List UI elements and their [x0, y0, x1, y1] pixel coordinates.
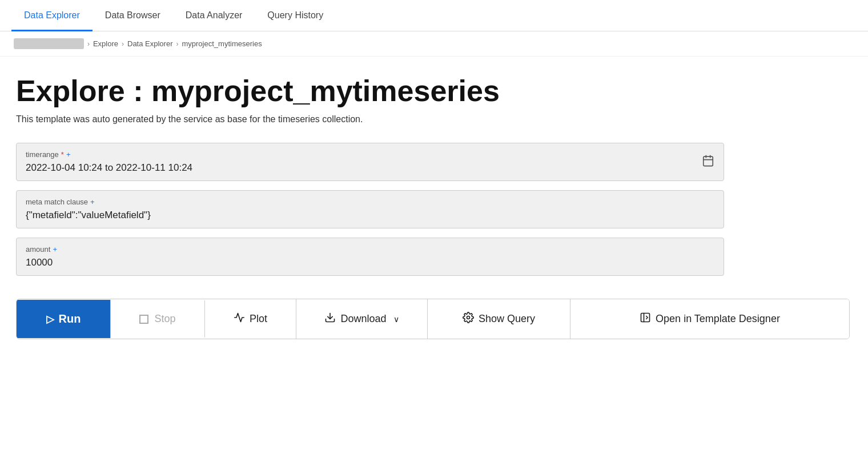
breadcrumb-data-explorer: Data Explorer [127, 39, 172, 48]
amount-label: amount + [26, 245, 714, 254]
plot-icon [234, 312, 245, 326]
tab-query-history[interactable]: Query History [255, 0, 336, 31]
run-label: Run [59, 312, 81, 326]
breadcrumb-sep-3: › [176, 40, 178, 48]
amount-add-button[interactable]: + [53, 245, 57, 254]
meta-match-value: {"metafield":"valueMetafield"} [26, 210, 714, 221]
tab-data-analyzer[interactable]: Data Analyzer [173, 0, 255, 31]
timerange-label: timerange * + [26, 150, 714, 159]
tab-data-browser[interactable]: Data Browser [93, 0, 173, 31]
page-title: Explore : myproject_mytimeseries [16, 75, 852, 107]
svg-rect-6 [641, 314, 650, 322]
stop-label: Stop [154, 313, 175, 325]
meta-match-label-text: meta match clause [26, 198, 88, 206]
meta-match-label: meta match clause + [26, 198, 714, 206]
download-button[interactable]: Download ∨ [296, 299, 428, 339]
amount-value: 10000 [26, 257, 714, 268]
run-button[interactable]: ▷ Run [17, 300, 111, 338]
breadcrumb-home: Some SmartHome [14, 38, 84, 49]
timerange-value: 2022-10-04 10:24 to 2022-10-11 10:24 [26, 162, 714, 174]
nav-tabs: Data Explorer Data Browser Data Analyzer… [0, 0, 868, 31]
stop-button[interactable]: Stop [111, 300, 205, 338]
meta-match-clause-field[interactable]: meta match clause + {"metafield":"valueM… [16, 190, 724, 228]
page-subtitle: This template was auto generated by the … [16, 114, 852, 124]
calendar-icon[interactable] [702, 154, 714, 170]
amount-label-text: amount [26, 245, 50, 254]
template-designer-label: Open in Template Designer [656, 313, 780, 325]
action-bar: ▷ Run Stop Plot [16, 299, 850, 339]
open-template-designer-button[interactable]: Open in Template Designer [570, 299, 849, 339]
download-chevron-icon: ∨ [393, 315, 399, 324]
show-query-gear-icon [463, 312, 474, 326]
breadcrumb-sep-2: › [122, 40, 124, 48]
timerange-label-text: timerange [26, 150, 59, 159]
download-label: Download [340, 313, 386, 325]
timerange-field[interactable]: timerange * + 2022-10-04 10:24 to 2022-1… [16, 143, 724, 181]
svg-rect-0 [704, 156, 713, 166]
stop-checkbox-icon [139, 315, 148, 324]
breadcrumb-explore: Explore [93, 39, 118, 48]
timerange-required: * [61, 150, 64, 159]
show-query-label: Show Query [479, 313, 535, 325]
template-designer-icon [640, 312, 651, 326]
tab-data-explorer[interactable]: Data Explorer [11, 0, 93, 31]
plot-label: Plot [250, 313, 267, 325]
breadcrumb-project: myproject_mytimeseries [182, 39, 262, 48]
svg-point-5 [467, 316, 469, 319]
amount-field[interactable]: amount + 10000 [16, 238, 724, 276]
plot-button[interactable]: Plot [205, 299, 296, 339]
breadcrumb-sep-1: › [87, 40, 90, 48]
breadcrumb: Some SmartHome › Explore › Data Explorer… [0, 31, 868, 57]
meta-match-add-button[interactable]: + [90, 198, 95, 206]
main-content: Explore : myproject_mytimeseries This te… [0, 57, 868, 353]
timerange-add-button[interactable]: + [66, 150, 71, 159]
download-icon [324, 312, 336, 326]
run-play-icon: ▷ [46, 313, 54, 326]
show-query-button[interactable]: Show Query [428, 299, 570, 339]
